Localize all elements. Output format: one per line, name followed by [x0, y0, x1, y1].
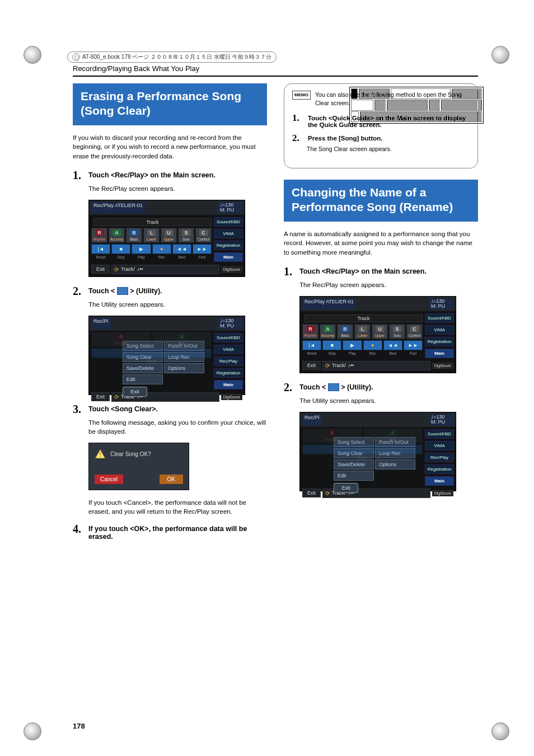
step-title: Press the [Song] button.	[308, 133, 383, 142]
side-button-registration[interactable]: Registration	[425, 464, 454, 474]
step-title: Touch <Rec/Play> on the Main screen.	[88, 169, 216, 179]
track-button-rhythm[interactable]: RRhythm	[91, 228, 107, 243]
side-button-recplay[interactable]: Rec/Play	[425, 453, 454, 462]
side-button-soundkbd[interactable]: Sound/KBD	[425, 429, 454, 439]
utility-option-savedelete[interactable]: Save/Delete	[334, 459, 374, 469]
digiscore-badge[interactable]: DigiScore	[221, 266, 242, 273]
side-button-vima[interactable]: VIMA	[214, 229, 243, 238]
track-button-control[interactable]: CControl	[195, 228, 212, 243]
side-buttons: Sound/KBDVIMARec/PlayRegistrationMain	[214, 331, 245, 391]
step-title: Touch <Song Clear>.	[88, 403, 158, 413]
step-body: The Rec/Play screen appears.	[88, 184, 267, 193]
transport-fwd[interactable]: ►►	[404, 340, 423, 350]
side-button-main[interactable]: Main	[425, 349, 454, 358]
intro-paragraph: If you wish to discard your recording an…	[73, 133, 267, 161]
transport-stop[interactable]: ■	[322, 340, 341, 350]
crop-ring	[491, 722, 509, 740]
ok-button[interactable]: OK	[160, 475, 183, 484]
transport-rec[interactable]: ●	[363, 340, 382, 350]
transport-play[interactable]: ▶	[132, 244, 151, 254]
track-button-solo[interactable]: SSolo	[389, 324, 405, 339]
transport-labels: ResetStopPlayRecBwdFwd	[302, 351, 423, 355]
utility-option-options[interactable]: Options	[375, 459, 415, 469]
utility-option-savedelete[interactable]: Save/Delete	[123, 363, 163, 373]
utility-icon	[117, 287, 128, 295]
track-button-bass[interactable]: BBass	[337, 324, 353, 339]
step-body: The following message, asking you to con…	[88, 418, 267, 436]
exit-button[interactable]: Exit	[91, 265, 110, 274]
side-button-soundkbd[interactable]: Sound/KBD	[214, 333, 243, 342]
side-button-soundkbd[interactable]: Sound/KBD	[425, 313, 454, 323]
side-button-recplay[interactable]: Rec/Play	[214, 356, 243, 366]
utility-screenshot: Rec/Pl ♩=130 M: PU Song SelectPunch In/O…	[299, 412, 456, 491]
utility-exit-button[interactable]: Exit	[123, 387, 147, 397]
transport-buttons: |◄■▶●◄◄►►	[91, 244, 212, 254]
transport-reset[interactable]: |◄	[91, 244, 110, 254]
utility-exit-button[interactable]: Exit	[334, 483, 358, 493]
side-button-registration[interactable]: Registration	[214, 368, 243, 378]
side-button-main[interactable]: Main	[214, 252, 243, 262]
manual-page: AT-800_e.book 178 ページ ２００８年１０月１５日 水曜日 午前…	[0, 0, 534, 756]
digiscore-badge[interactable]: DigiScore	[221, 394, 242, 400]
exit-button[interactable]: Exit	[91, 392, 110, 401]
step-number: 2.	[292, 133, 303, 144]
transport-play[interactable]: ▶	[343, 340, 362, 350]
utility-option-edit[interactable]: Edit	[334, 471, 374, 481]
track-pill[interactable]: ⟳ Track/♪••	[111, 265, 219, 274]
track-button-accomp[interactable]: AAccomp	[109, 228, 125, 243]
digiscore-badge[interactable]: DigiScore	[432, 363, 453, 369]
track-button-accomp[interactable]: AAccomp	[320, 324, 336, 339]
side-buttons: Sound/KBDVIMARegistrationMain	[214, 215, 245, 264]
two-column-layout: Erasing a Performance Song (Song Clear) …	[73, 83, 478, 543]
side-button-vima[interactable]: VIMA	[214, 345, 243, 354]
intro-paragraph: A name is automatically assigned to a pe…	[284, 229, 478, 257]
side-button-vima[interactable]: VIMA	[425, 441, 454, 450]
side-button-soundkbd[interactable]: Sound/KBD	[214, 217, 243, 227]
step-number: 1.	[292, 112, 303, 124]
utility-icon	[328, 383, 339, 391]
step-number: 1.	[284, 265, 295, 278]
track-button-solo[interactable]: SSolo	[178, 228, 194, 243]
track-button-upper[interactable]: UUpper	[372, 324, 388, 339]
track-pill[interactable]: ⟳Track/♪••	[322, 361, 430, 370]
exit-button[interactable]: Exit	[302, 361, 321, 370]
tempo-indicator: ♩=130 M: PU	[218, 318, 242, 329]
crop-ring	[491, 46, 509, 64]
side-button-main[interactable]: Main	[214, 380, 243, 389]
track-button-bass[interactable]: BBass	[126, 228, 142, 243]
transport-reset[interactable]: |◄	[302, 340, 321, 350]
side-button-main[interactable]: Main	[425, 476, 454, 486]
step-title: Touch <Rec/Play> on the Main screen.	[299, 265, 427, 275]
section-header: Recording/Playing Back What You Play	[73, 64, 478, 73]
transport-bwd[interactable]: ◄◄	[383, 340, 402, 350]
cancel-button[interactable]: Cancel	[95, 475, 123, 484]
side-button-registration[interactable]: Registration	[214, 241, 243, 250]
crop-ring	[24, 46, 41, 64]
digiscore-badge[interactable]: DigiScore	[432, 490, 453, 496]
memo-label: MEMO	[292, 91, 311, 100]
svg-text:!: !	[99, 452, 101, 458]
side-button-vima[interactable]: VIMA	[425, 325, 454, 335]
transport-bwd[interactable]: ◄◄	[172, 244, 191, 254]
track-button-lower[interactable]: LLower	[143, 228, 160, 243]
track-panel-label: Track	[93, 218, 212, 226]
track-button-upper[interactable]: UUpper	[161, 228, 177, 243]
side-button-registration[interactable]: Registration	[425, 337, 454, 346]
track-button-lower[interactable]: LLower	[354, 324, 371, 339]
step-3: 3. Touch <Song Clear>.	[73, 403, 267, 416]
utility-option-options[interactable]: Options	[164, 363, 204, 373]
transport-stop[interactable]: ■	[111, 244, 130, 254]
section-rule	[73, 76, 478, 77]
recplay-screenshot: Rec/Play ATELIER-01 ♩=130 M: PU Track RR…	[299, 296, 456, 373]
transport-rec[interactable]: ●	[152, 244, 171, 254]
exit-button[interactable]: Exit	[302, 489, 321, 497]
step-1: 1. Touch <Rec/Play> on the Main screen.	[284, 265, 478, 278]
transport-fwd[interactable]: ►►	[193, 244, 212, 254]
track-button-control[interactable]: CControl	[406, 324, 423, 339]
track-button-rhythm[interactable]: RRhythm	[302, 324, 318, 339]
utility-option-edit[interactable]: Edit	[123, 374, 163, 384]
confirm-message: Clear Song OK?	[110, 451, 151, 457]
step-number: 1.	[73, 169, 84, 182]
screenshot-title: Rec/Pl	[302, 414, 322, 425]
track-panel-label: Track	[305, 314, 423, 322]
